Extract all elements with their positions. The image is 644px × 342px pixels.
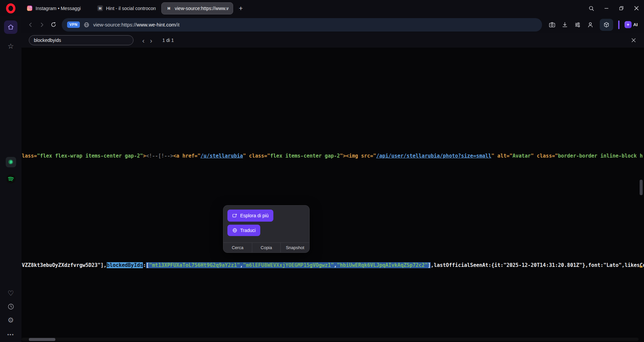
hint-favicon-icon: H (166, 5, 172, 11)
sidebar: ☆ ♡ (0, 16, 21, 342)
close-icon (634, 6, 639, 11)
find-bar: ‹ › 1 di 1 (21, 33, 644, 48)
sidebar-more-button[interactable]: ••• (4, 328, 17, 341)
forward-button[interactable] (36, 19, 48, 31)
sidebar-pinned-app-button[interactable] (4, 155, 17, 169)
page-settings-button[interactable] (572, 19, 583, 30)
tab-title: view-source:https://www.w (175, 6, 228, 11)
tab-view-source-active[interactable]: H view-source:https://www.w (161, 2, 233, 14)
find-next-button[interactable]: › (147, 37, 155, 44)
extensions-button[interactable] (600, 19, 613, 31)
tab-search-button[interactable] (584, 0, 599, 16)
snapshot-button[interactable] (547, 19, 557, 30)
close-icon (631, 38, 636, 43)
star-icon: ☆ (8, 42, 14, 50)
ai-sparkle-icon (625, 21, 632, 28)
find-close-button[interactable] (631, 38, 636, 43)
source-text: "hbiUwERqk6VLJpqAIvkAqZSp72c2" (337, 262, 428, 268)
source-text: "mt13XPFUXaToL7S6Ht9G2q9aY2z1" (149, 262, 240, 268)
maximize-button[interactable] (614, 0, 629, 16)
panel-divider (618, 20, 620, 29)
camera-icon (549, 21, 555, 28)
tab-instagram[interactable]: Instagram • Messaggi (22, 2, 92, 14)
restore-icon (619, 6, 624, 11)
source-code-line: VZZ8kt3ebuOyZXdzfvrgw5D23"],blockedByIds… (22, 262, 644, 269)
source-text: " class=" (531, 153, 558, 159)
vertical-scrollbar-thumb[interactable] (640, 180, 643, 195)
sidebar-favorites-button[interactable]: ♡ (4, 287, 17, 300)
search-icon (588, 5, 594, 11)
heart-icon: ♡ (8, 289, 14, 297)
source-text: blockedByIds (107, 262, 143, 268)
find-match-count: 1 di 1 (162, 38, 174, 43)
minimize-icon (604, 6, 609, 11)
source-text: " class=" (243, 153, 270, 159)
minimize-button[interactable] (599, 0, 614, 16)
close-button[interactable] (629, 0, 644, 16)
url-host: www.we-hint.com (137, 22, 176, 27)
horizontal-scrollbar-track[interactable] (21, 338, 639, 341)
vpn-badge[interactable]: VPN (67, 21, 80, 28)
copy-selection-button[interactable]: Copia (252, 243, 281, 252)
url-path: /it (176, 22, 180, 27)
source-text: , (240, 262, 243, 268)
tab-bar: Instagram • Messaggi H Hint - il social … (0, 0, 644, 16)
instagram-favicon-icon (27, 5, 33, 11)
back-button[interactable] (25, 19, 36, 31)
gear-icon: ⚙ (8, 316, 14, 324)
address-bar: VPN view-source:https://www.we-hint.com/… (21, 16, 644, 33)
download-icon (561, 21, 568, 28)
cube-icon (603, 21, 610, 28)
find-input[interactable] (29, 35, 133, 45)
sidebar-settings-button[interactable]: ⚙ (4, 314, 17, 327)
source-text: ,lastOfficialSeenAt:{it:"2025-12-20T14:3… (431, 262, 644, 268)
address-bar-actions: AI (547, 19, 641, 31)
new-tab-button[interactable]: + (236, 3, 246, 13)
source-text: > (143, 153, 146, 159)
source-text: Avatar (513, 153, 531, 159)
profile-button[interactable] (585, 19, 596, 30)
sliders-icon (574, 21, 581, 28)
window-controls (584, 0, 644, 16)
source-text: <!--[!--> (146, 153, 173, 159)
snapshot-selection-button[interactable]: Snapshot (280, 243, 309, 252)
search-selection-button[interactable]: Cerca (223, 243, 252, 252)
tab-hint[interactable]: H Hint - il social controcorre (93, 2, 160, 14)
find-previous-button[interactable]: ‹ (140, 37, 147, 44)
svg-text:H: H (99, 7, 101, 10)
reload-icon (50, 21, 57, 28)
source-text: "><img src=" (340, 153, 376, 159)
spotify-icon (6, 174, 16, 184)
sidebar-history-button[interactable] (4, 300, 17, 313)
sidebar-spotify-button[interactable] (4, 172, 17, 185)
source-link[interactable]: /api/user/stellarubia/photo?size=small (376, 153, 491, 159)
ellipsis-icon: ••• (7, 332, 14, 337)
source-link[interactable]: /u/stellarubia (201, 153, 243, 159)
selection-popup-actions: Cerca Copia Snapshot (223, 242, 309, 252)
horizontal-scrollbar-thumb[interactable] (29, 338, 55, 341)
source-text: "flex flex-wrap items-center gap-2" (37, 153, 143, 159)
source-text: lass= (22, 153, 37, 159)
reload-button[interactable] (48, 19, 59, 31)
source-code-line: lass="flex flex-wrap items-center gap-2"… (22, 153, 643, 159)
sidebar-bookmarks-button[interactable]: ☆ (4, 40, 17, 53)
home-icon (7, 23, 14, 31)
aria-ai-button[interactable]: AI (625, 21, 638, 28)
downloads-button[interactable] (559, 19, 570, 30)
svg-text:H: H (167, 7, 170, 10)
url-text: view-source:https://www.we-hint.com/it (93, 22, 180, 27)
clock-icon (7, 303, 14, 310)
explore-more-button[interactable]: Esplora di più (227, 210, 273, 222)
browser-window: Instagram • Messaggi H Hint - il social … (0, 0, 644, 342)
source-text: , (334, 262, 337, 268)
ai-label: AI (633, 22, 638, 27)
sidebar-home-button[interactable] (4, 20, 17, 34)
url-field[interactable]: VPN view-source:https://www.we-hint.com/… (62, 18, 542, 32)
back-icon (28, 22, 34, 28)
forward-icon (39, 22, 45, 28)
source-text: flex items-center gap-2 (270, 153, 340, 159)
opera-menu-button[interactable] (5, 3, 16, 14)
source-text: ] (428, 262, 431, 268)
translate-button[interactable]: Traduci (227, 225, 260, 236)
source-text: border-border inline-block h (558, 153, 643, 159)
